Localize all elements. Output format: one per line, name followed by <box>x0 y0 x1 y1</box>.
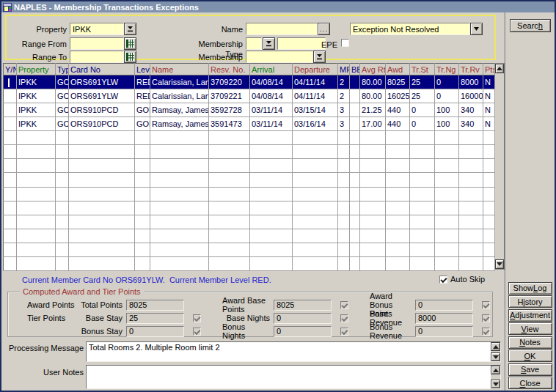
table-scrollbar[interactable] <box>495 63 505 270</box>
table-row[interactable]: IPKKGCORS910PCDGOLDRamsay, James35914730… <box>4 117 495 131</box>
table-cell <box>435 256 459 270</box>
filter-panel: Property Range From Range To Name ... Me… <box>5 15 496 60</box>
table-cell <box>209 131 250 145</box>
property-lov-button[interactable] <box>124 23 136 35</box>
table-cell: 440 <box>386 103 410 117</box>
scroll-down-icon <box>493 355 499 359</box>
table-cell <box>17 173 56 187</box>
table-cell <box>4 89 17 103</box>
column-header: Tr.Rv <box>459 64 483 75</box>
base-stay-checkbox-slot <box>187 314 206 322</box>
table-cell <box>338 187 350 201</box>
adjustment-button[interactable]: Adjustment <box>508 309 552 322</box>
transactions-table-region: Y/NPropertyTypCard NoLev.NameResv. No.Ar… <box>3 63 505 271</box>
table-cell: 2 <box>338 75 350 89</box>
computed-points-groupbox: Computed Award and Tier Points Award Poi… <box>7 292 493 337</box>
processing-message-scrollbar[interactable] <box>491 342 500 361</box>
table-row[interactable]: IPKKGCORS691YLWREDCalarissian, Lando3709… <box>4 75 495 89</box>
column-header: Arrival <box>250 64 293 75</box>
table-row[interactable]: IPKKGCORS691YLWREDCalarissian, Lando3709… <box>4 89 495 103</box>
table-cell <box>410 145 435 159</box>
table-cell <box>360 131 386 145</box>
scroll-down-button[interactable] <box>491 352 500 361</box>
award-bonus-points-checkbox-slot <box>476 301 495 309</box>
table-cell <box>386 159 410 173</box>
table-cell <box>4 159 17 173</box>
table-cell: 0 <box>435 89 459 103</box>
table-cell: ORS691YLW <box>69 75 135 89</box>
scroll-down-button[interactable] <box>491 380 500 388</box>
scroll-up-button[interactable] <box>495 64 504 73</box>
membership-type-lov-button[interactable] <box>263 37 275 50</box>
search-button[interactable]: Search <box>510 19 551 32</box>
range-to-calendar-button[interactable] <box>124 51 136 63</box>
notes-button[interactable]: Notes <box>508 336 552 349</box>
table-cell <box>56 201 69 215</box>
title-bar: NAPLES - Membership Transactions Excepti… <box>1 1 555 12</box>
name-field[interactable] <box>246 23 318 35</box>
epe-checkbox[interactable] <box>341 39 349 47</box>
processing-message-textarea[interactable]: Total Rooms 2. Multiple Room limit 2 <box>87 342 491 361</box>
ok-button[interactable]: OK <box>508 350 552 362</box>
history-button[interactable]: History <box>508 295 552 308</box>
table-cell: IPKK <box>17 103 56 117</box>
range-to-label: Range To <box>8 52 67 62</box>
table-cell <box>360 229 386 243</box>
table-cell: GOLD <box>135 117 150 131</box>
exception-filter-dropdown[interactable] <box>350 23 470 35</box>
lov-arrow-icon <box>127 26 133 32</box>
range-from-field[interactable] <box>70 37 124 50</box>
name-lookup-button[interactable]: ... <box>318 23 330 35</box>
table-row[interactable]: IPKKGCORS910PCDGOLDRamsay, James35927280… <box>4 103 495 117</box>
table-cell <box>483 145 495 159</box>
table-cell: 340 <box>459 117 483 131</box>
user-notes-scrollbar[interactable] <box>491 366 500 388</box>
show-log-button[interactable]: Show Log <box>508 282 552 295</box>
table-cell <box>150 159 209 173</box>
exception-filter-dropdown-button[interactable] <box>470 23 483 35</box>
table-cell <box>350 131 360 145</box>
table-cell <box>435 159 459 173</box>
table-cell <box>56 229 69 243</box>
table-cell <box>360 256 386 270</box>
table-cell: 16025 <box>386 89 410 103</box>
column-header: Resv. No. <box>209 64 250 75</box>
table-cell <box>150 131 209 145</box>
scroll-up-button[interactable] <box>491 342 500 351</box>
table-cell: ORS910PCD <box>69 103 135 117</box>
table-cell <box>250 215 293 229</box>
table-cell <box>4 75 17 89</box>
scroll-up-button[interactable] <box>491 366 500 374</box>
range-from-calendar-button[interactable] <box>124 37 136 50</box>
table-cell <box>338 215 350 229</box>
save-button[interactable]: Save <box>508 363 552 376</box>
table-cell <box>56 215 69 229</box>
auto-skip-checkbox[interactable] <box>439 275 447 284</box>
table-cell <box>350 256 360 270</box>
range-to-field[interactable] <box>70 51 124 63</box>
scroll-down-button[interactable] <box>495 259 504 269</box>
property-field[interactable] <box>70 23 124 35</box>
table-cell <box>150 173 209 187</box>
table-cell <box>386 131 410 145</box>
user-notes-textarea[interactable] <box>87 366 491 388</box>
table-cell: 3 <box>338 103 350 117</box>
table-cell <box>435 243 459 256</box>
table-cell <box>459 187 483 201</box>
scroll-up-icon <box>497 67 502 70</box>
table-cell <box>350 187 360 201</box>
table-cell: N <box>483 89 495 103</box>
table-cell <box>250 187 293 201</box>
close-button[interactable]: Close <box>508 377 552 389</box>
table-cell <box>250 159 293 173</box>
total-points-field <box>126 300 184 311</box>
table-cell <box>435 201 459 215</box>
table-cell <box>459 215 483 229</box>
view-button[interactable]: View <box>508 322 552 335</box>
bonus-revenue-label: Bonus Revenue <box>354 322 415 340</box>
membership-type-field[interactable] <box>246 37 262 50</box>
membership-level-lov-button[interactable] <box>313 51 326 63</box>
table-cell: 2 <box>338 89 350 103</box>
membership-level-field[interactable] <box>246 51 313 63</box>
bonus-revenue-checkbox <box>482 328 490 336</box>
